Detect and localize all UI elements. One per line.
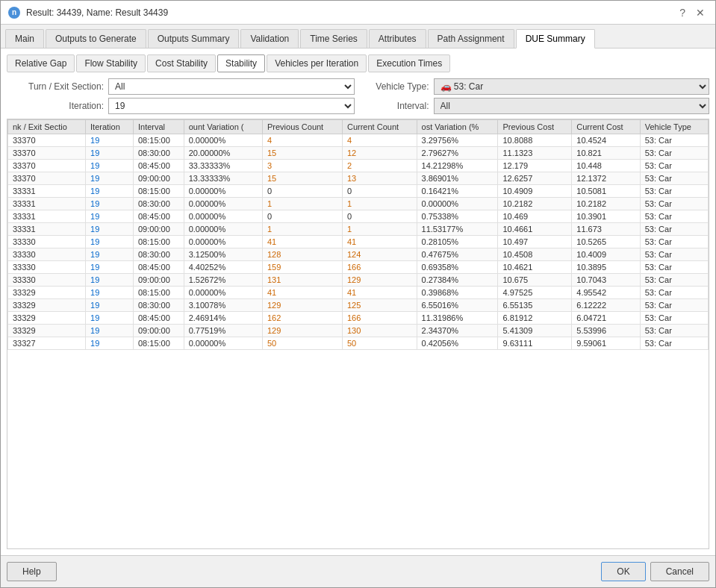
cancel-button[interactable]: Cancel	[650, 562, 709, 581]
col-vehicle-type: Vehicle Type	[640, 120, 708, 134]
table-row: 333311908:15:000.00000%000.16421%10.4909…	[8, 185, 709, 198]
table-cell: 33370	[8, 147, 86, 160]
col-previous-count: Previous Count	[262, 120, 342, 134]
table-cell: 33330	[8, 248, 86, 261]
table-cell: 08:45:00	[133, 160, 184, 172]
iteration-select[interactable]: 19	[108, 98, 355, 114]
table-cell: 41	[342, 287, 417, 299]
table-cell: 0.00000%	[184, 287, 262, 299]
table-cell: 124	[342, 248, 417, 261]
vehicle-type-select[interactable]: 🚗 53: Car	[434, 78, 710, 95]
subtab-cost-stability[interactable]: Cost Stability	[147, 54, 216, 72]
tab-validation[interactable]: Validation	[240, 29, 299, 48]
close-button[interactable]: ✕	[693, 7, 708, 19]
table-cell: 10.821	[572, 147, 640, 160]
help-button[interactable]: ?	[676, 7, 688, 19]
table-cell: 53: Car	[640, 274, 708, 287]
table-cell: 1	[262, 198, 342, 210]
subtab-vehicles-per-iteration[interactable]: Vehicles per Iteration	[267, 54, 367, 72]
table-cell: 4	[342, 134, 417, 147]
table-cell: 53: Car	[640, 261, 708, 274]
table-cell: 159	[262, 261, 342, 274]
table-cell: 15	[262, 172, 342, 185]
table-row: 333301908:15:000.00000%41410.28105%10.49…	[8, 236, 709, 248]
table-cell: 162	[262, 312, 342, 325]
col-current-count: Current Count	[342, 120, 417, 134]
data-table-container[interactable]: nk / Exit Sectio Iteration Interval ount…	[7, 119, 709, 549]
turn-exit-label: Turn / Exit Section:	[7, 81, 104, 92]
table-cell: 5.41309	[498, 325, 572, 337]
table-cell: 33329	[8, 312, 86, 325]
table-cell: 0	[262, 185, 342, 198]
table-cell: 33329	[8, 299, 86, 312]
table-cell: 08:45:00	[133, 210, 184, 223]
table-cell: 19	[86, 210, 134, 223]
table-cell: 1	[342, 198, 417, 210]
table-cell: 3.10078%	[184, 299, 262, 312]
tab-main[interactable]: Main	[5, 29, 44, 48]
table-cell: 10.5081	[572, 185, 640, 198]
table-cell: 08:15:00	[133, 134, 184, 147]
tab-outputs-summary[interactable]: Outputs Summary	[148, 29, 240, 48]
table-cell: 6.12222	[572, 299, 640, 312]
table-cell: 53: Car	[640, 312, 708, 325]
table-cell: 0.27384%	[417, 274, 498, 287]
table-cell: 12.6257	[498, 172, 572, 185]
table-cell: 53: Car	[640, 337, 708, 350]
table-header-row: nk / Exit Sectio Iteration Interval ount…	[8, 120, 709, 134]
content-area: Relative Gap Flow Stability Cost Stabili…	[1, 49, 715, 555]
table-cell: 08:15:00	[133, 337, 184, 350]
table-cell: 1.52672%	[184, 274, 262, 287]
window-title: Result: 34439, Name: Result 34439	[26, 7, 676, 18]
table-cell: 53: Car	[640, 223, 708, 236]
table-cell: 19	[86, 185, 134, 198]
table-cell: 19	[86, 236, 134, 248]
tab-path-assignment[interactable]: Path Assignment	[428, 29, 514, 48]
table-cell: 166	[342, 312, 417, 325]
table-cell: 08:15:00	[133, 287, 184, 299]
table-row: 333301908:30:003.12500%1281240.47675%10.…	[8, 248, 709, 261]
table-cell: 33.33333%	[184, 160, 262, 172]
table-cell: 12	[342, 147, 417, 160]
subtab-execution-times[interactable]: Execution Times	[368, 54, 450, 72]
table-cell: 131	[262, 274, 342, 287]
help-button-bottom[interactable]: Help	[7, 562, 57, 581]
table-cell: 10.4009	[572, 248, 640, 261]
table-cell: 0.00000%	[184, 210, 262, 223]
table-cell: 0.00000%	[184, 198, 262, 210]
table-cell: 09:00:00	[133, 274, 184, 287]
table-cell: 9.59061	[572, 337, 640, 350]
table-cell: 129	[342, 274, 417, 287]
subtab-relative-gap[interactable]: Relative Gap	[7, 54, 75, 72]
tab-attributes[interactable]: Attributes	[369, 29, 426, 48]
table-cell: 0.42056%	[417, 337, 498, 350]
table-cell: 08:30:00	[133, 299, 184, 312]
tab-time-series[interactable]: Time Series	[300, 29, 367, 48]
table-cell: 53: Car	[640, 287, 708, 299]
table-cell: 12.1372	[572, 172, 640, 185]
table-cell: 08:15:00	[133, 185, 184, 198]
table-row: 333291908:15:000.00000%41410.39868%4.975…	[8, 287, 709, 299]
table-cell: 0.00000%	[184, 185, 262, 198]
ok-button[interactable]: OK	[601, 562, 645, 581]
tab-due-summary[interactable]: DUE Summary	[516, 29, 595, 49]
table-cell: 0.69358%	[417, 261, 498, 274]
table-cell: 1	[262, 223, 342, 236]
interval-select[interactable]: All	[434, 98, 710, 114]
table-row: 333701908:30:0020.00000%15122.79627%11.1…	[8, 147, 709, 160]
table-cell: 10.4661	[498, 223, 572, 236]
table-row: 333701908:15:000.00000%443.29756%10.8088…	[8, 134, 709, 147]
subtab-stability[interactable]: Stability	[217, 54, 265, 72]
table-cell: 08:30:00	[133, 248, 184, 261]
table-cell: 4.95542	[572, 287, 640, 299]
subtab-flow-stability[interactable]: Flow Stability	[76, 54, 146, 72]
table-cell: 19	[86, 223, 134, 236]
table-row: 333291909:00:000.77519%1291302.34370%5.4…	[8, 325, 709, 337]
table-cell: 33370	[8, 134, 86, 147]
tab-outputs-generate[interactable]: Outputs to Generate	[46, 29, 146, 48]
iteration-filter: Iteration: 19	[7, 98, 355, 114]
table-body: 333701908:15:000.00000%443.29756%10.8088…	[8, 134, 709, 350]
table-cell: 53: Car	[640, 134, 708, 147]
turn-exit-select[interactable]: All	[108, 78, 355, 95]
table-cell: 08:15:00	[133, 236, 184, 248]
